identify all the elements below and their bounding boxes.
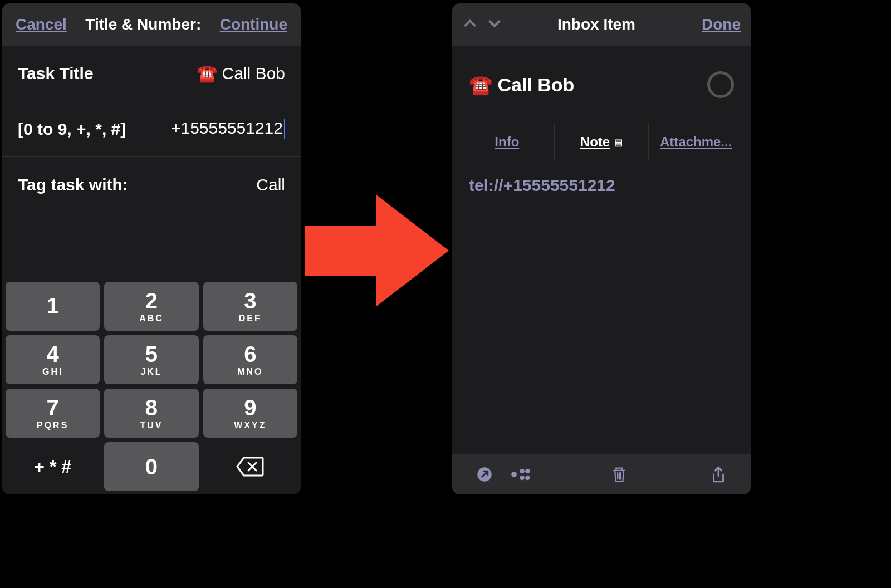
svg-point-1 (511, 472, 517, 477)
key-backspace[interactable] (203, 442, 297, 491)
task-title-label: Task Title (18, 64, 94, 83)
completion-circle[interactable] (707, 71, 734, 98)
tag-value: Call (256, 175, 285, 194)
arrow-icon (305, 195, 450, 306)
key-9[interactable]: 9WXYZ (203, 389, 297, 438)
key-symbols[interactable]: + * # (6, 442, 100, 491)
note-content[interactable]: tel://+15555551212 (452, 160, 751, 210)
chevron-up-icon[interactable] (462, 14, 478, 36)
key-5[interactable]: 5JKL (104, 335, 198, 384)
svg-point-4 (525, 469, 530, 474)
dialog-title: Title & Number: (85, 16, 201, 33)
task-title-value: ☎️ Call Bob (197, 63, 285, 83)
action-icon[interactable] (474, 464, 495, 484)
key-6[interactable]: 6MNO (203, 335, 297, 384)
task-title-row[interactable]: Task Title ☎️ Call Bob (2, 46, 301, 101)
svg-point-3 (520, 476, 525, 481)
key-8[interactable]: 8TUV (104, 389, 198, 438)
tag-row[interactable]: Tag task with: Call (2, 157, 301, 213)
svg-point-5 (525, 476, 530, 481)
cancel-button[interactable]: Cancel (16, 16, 67, 33)
numeric-keypad: 1 2ABC 3DEF 4GHI 5JKL 6MNO 7PQRS 8TUV 9W… (2, 278, 301, 494)
share-icon[interactable] (708, 464, 728, 484)
key-1[interactable]: 1 (6, 282, 100, 331)
number-field-value[interactable]: +15555551212 (171, 119, 285, 139)
tab-attachments[interactable]: Attachme... (649, 124, 743, 160)
key-7[interactable]: 7PQRS (6, 389, 100, 438)
number-field-label: [0 to 9, +, *, #] (18, 120, 126, 139)
task-name: ☎️ Call Bob (469, 74, 574, 96)
detail-tabs: Info Note ▤ Attachme... (460, 124, 743, 160)
key-3[interactable]: 3DEF (203, 282, 297, 331)
number-row[interactable]: [0 to 9, +, *, #] +15555551212 (2, 101, 301, 157)
tab-info[interactable]: Info (460, 124, 555, 160)
done-button[interactable]: Done (702, 16, 741, 33)
tab-note[interactable]: Note ▤ (555, 124, 649, 160)
continue-button[interactable]: Continue (220, 16, 287, 33)
key-2[interactable]: 2ABC (104, 282, 198, 331)
input-dialog-panel: Cancel Title & Number: Continue Task Tit… (2, 3, 301, 494)
backspace-icon (236, 457, 264, 477)
svg-point-2 (520, 469, 525, 474)
bottom-toolbar (452, 454, 751, 494)
convert-icon[interactable] (510, 464, 530, 484)
task-header-row: ☎️ Call Bob (452, 46, 751, 124)
result-panel: Inbox Item Done ☎️ Call Bob Info Note ▤ … (452, 3, 751, 494)
text-cursor (284, 119, 285, 139)
tag-label: Tag task with: (18, 175, 128, 194)
trash-icon[interactable] (609, 464, 629, 484)
note-indicator-icon: ▤ (614, 137, 623, 148)
key-0[interactable]: 0 (104, 442, 198, 491)
dialog-header: Cancel Title & Number: Continue (2, 3, 301, 46)
result-title: Inbox Item (500, 16, 693, 33)
key-4[interactable]: 4GHI (6, 335, 100, 384)
result-header: Inbox Item Done (452, 3, 751, 46)
